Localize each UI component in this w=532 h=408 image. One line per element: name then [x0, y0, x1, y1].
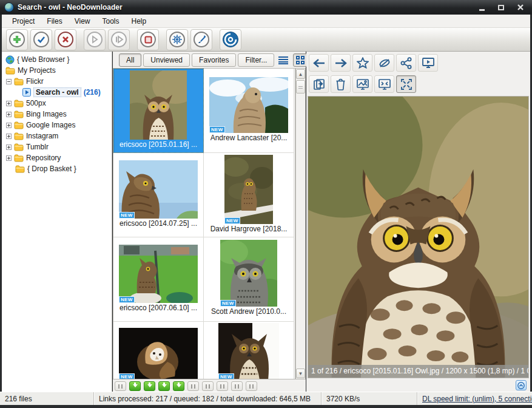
- download-slot-active[interactable]: [173, 381, 184, 391]
- scroll-down-icon[interactable]: ▼: [296, 369, 305, 378]
- tab-favorites[interactable]: Favorites: [192, 53, 236, 67]
- new-badge: NEW: [119, 212, 135, 219]
- pause-icon: [249, 384, 254, 389]
- pause-icon: [220, 384, 224, 389]
- slideshow-button[interactable]: [418, 54, 438, 72]
- expand-expander-icon[interactable]: [6, 123, 12, 128]
- start-download-button[interactable]: [84, 29, 106, 50]
- download-slot-paused[interactable]: [217, 381, 228, 391]
- web-browser-button[interactable]: [220, 29, 241, 50]
- copy-file-button[interactable]: [309, 75, 329, 93]
- tree-item-google-images[interactable]: Google Images: [2, 120, 112, 131]
- tree-item-web-browser[interactable]: { Web Browser }: [2, 54, 112, 65]
- menu-files[interactable]: Files: [41, 15, 67, 27]
- stop-download-button[interactable]: [137, 29, 159, 50]
- view-fullscreen-button[interactable]: [374, 75, 394, 93]
- thumbnail-caption: David Hargrove [2018...: [210, 224, 288, 234]
- download-arrow-icon: [177, 384, 181, 390]
- tab-filter[interactable]: Filter...: [238, 53, 274, 67]
- tree-item-instagram[interactable]: Instagram: [2, 131, 112, 141]
- list-view-button[interactable]: [276, 53, 291, 67]
- thumbnail-caption: ericsoco [2015.01.16] ...: [120, 140, 197, 150]
- options-button[interactable]: [166, 29, 188, 50]
- tree-item-flickr[interactable]: Flickr: [2, 76, 112, 87]
- previous-image-button[interactable]: [309, 54, 329, 72]
- cross-icon: [58, 32, 73, 47]
- download-slot-paused[interactable]: [115, 381, 126, 391]
- gear-icon: [169, 32, 185, 47]
- download-slot-paused[interactable]: [202, 381, 214, 391]
- thumbnail-item-5[interactable]: NEW ericsoco [2007.06.10] ...: [113, 237, 204, 322]
- download-slot-active[interactable]: [158, 381, 170, 391]
- tree-item-search-owl[interactable]: Search - owl (216): [2, 87, 112, 98]
- expand-expander-icon[interactable]: [6, 155, 12, 161]
- expand-expander-icon[interactable]: [6, 144, 12, 150]
- set-wallpaper-button[interactable]: [352, 75, 372, 93]
- dl-speed-limit-link[interactable]: DL speed limit: (unlim), 5 connections: [422, 395, 532, 403]
- next-image-button[interactable]: [331, 54, 351, 72]
- scrollbar-thumb[interactable]: [296, 80, 305, 93]
- menu-tools[interactable]: Tools: [97, 15, 125, 27]
- collapse-expander-icon[interactable]: [6, 79, 12, 84]
- maximize-button[interactable]: [494, 2, 508, 12]
- new-badge: NEW: [119, 373, 135, 379]
- close-button[interactable]: [514, 2, 527, 12]
- tab-all[interactable]: All: [119, 53, 141, 67]
- globe-icon: [5, 55, 15, 64]
- thumbnail-item-4[interactable]: NEW David Hargrove [2018...: [204, 153, 294, 237]
- preview-caption: 1 of 216 / ericsoco [2015.01.16] Owl.jpg…: [308, 365, 528, 378]
- expand-expander-icon[interactable]: [6, 134, 12, 139]
- thumbnail-view-button[interactable]: [293, 53, 308, 67]
- delete-project-button[interactable]: [55, 29, 76, 50]
- folder-icon: [5, 67, 15, 75]
- tree-item-tumblr[interactable]: Tumblr: [2, 141, 112, 152]
- folder-icon: [15, 165, 25, 173]
- minimize-button[interactable]: [475, 2, 488, 12]
- thumbnail-item-1[interactable]: ericsoco [2015.01.16] ...: [113, 69, 204, 153]
- check-button[interactable]: [30, 29, 52, 50]
- share-button[interactable]: [396, 54, 416, 72]
- thumbnails-scrollbar[interactable]: ▲ ▼: [295, 68, 306, 379]
- menu-view[interactable]: View: [69, 15, 96, 27]
- folder-icon: [14, 154, 24, 162]
- tree-item-drop-basket[interactable]: { Drop Basket }: [2, 163, 112, 174]
- download-slot-active[interactable]: [129, 381, 141, 391]
- thumbnail-item-2[interactable]: NEW Andrew Lancaster [20...: [204, 69, 294, 153]
- expand-expander-icon[interactable]: [6, 101, 12, 106]
- collapse-panel-button[interactable]: [516, 380, 527, 390]
- tree-item-my-projects[interactable]: My Projects: [2, 65, 112, 76]
- download-slot-paused[interactable]: [187, 381, 199, 391]
- monitor-image-icon: [356, 78, 369, 90]
- fit-to-window-button[interactable]: [396, 75, 416, 93]
- download-slot-active[interactable]: [144, 381, 155, 391]
- window-title: Search - owl - NeoDownloader: [18, 3, 123, 12]
- download-slot-paused[interactable]: [246, 381, 257, 391]
- owl-photo-thumb: [218, 323, 279, 379]
- delete-file-button[interactable]: [331, 75, 351, 93]
- thumbnail-item-3[interactable]: NEW ericsoco [2014.07.25] ...: [113, 153, 204, 237]
- thumbnail-item-6[interactable]: NEW Scott Andrew [2010.0...: [204, 237, 294, 322]
- download-slot-paused[interactable]: [231, 381, 243, 391]
- new-badge: NEW: [220, 300, 236, 307]
- open-link-button[interactable]: [374, 54, 394, 72]
- arrow-left-icon: [312, 58, 326, 68]
- resume-download-button[interactable]: [108, 29, 130, 50]
- menu-project[interactable]: Project: [7, 15, 40, 27]
- pause-icon: [118, 384, 123, 389]
- folder-icon: [14, 121, 24, 129]
- preview-image[interactable]: 1 of 216 / ericsoco [2015.01.16] Owl.jpg…: [308, 96, 529, 378]
- expand-expander-icon[interactable]: [6, 112, 12, 117]
- tree-item-500px[interactable]: 500px: [2, 98, 112, 109]
- tab-unviewed[interactable]: Unviewed: [143, 53, 190, 67]
- tree-item-repository[interactable]: Repository: [2, 152, 112, 163]
- new-project-button[interactable]: [6, 29, 28, 50]
- arrow-right-icon: [334, 58, 348, 68]
- thumbnail-item-8[interactable]: NEW: [204, 322, 294, 379]
- menu-help[interactable]: Help: [126, 15, 152, 27]
- minimize-icon: [479, 9, 485, 11]
- tree-item-bing-images[interactable]: Bing Images: [2, 109, 112, 120]
- customize-button[interactable]: [190, 29, 212, 50]
- scroll-up-icon[interactable]: ▲: [296, 69, 305, 79]
- favorite-button[interactable]: [352, 54, 372, 72]
- thumbnail-item-7[interactable]: NEW: [113, 322, 204, 379]
